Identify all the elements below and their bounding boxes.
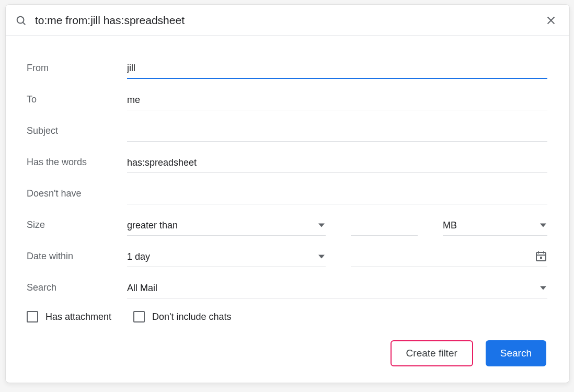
search-query-input[interactable] [27, 12, 542, 29]
from-input[interactable] [127, 60, 547, 79]
checkbox-row: Has attachment Don't include chats [27, 298, 547, 322]
has-attachment-checkbox[interactable] [27, 311, 38, 322]
search-scope-value: All Mail [127, 283, 157, 294]
search-button[interactable]: Search [486, 340, 546, 366]
to-label: To [27, 94, 114, 110]
exclude-chats-checkbox[interactable] [133, 311, 145, 322]
size-value-input[interactable] [351, 217, 418, 236]
footer-actions: Create filter Search [27, 322, 547, 366]
calendar-icon[interactable] [535, 250, 547, 264]
date-within-label: Date within [27, 251, 114, 267]
date-range-value: 1 day [127, 251, 150, 262]
svg-line-1 [23, 22, 25, 24]
caret-down-icon [318, 220, 325, 231]
search-scope-label: Search [27, 282, 114, 298]
subject-label: Subject [27, 125, 114, 142]
caret-down-icon [318, 251, 325, 262]
size-label: Size [27, 220, 114, 236]
size-operator-value: greater than [127, 220, 178, 231]
advanced-search-panel: From To Subject Has the words Doesn't ha [5, 4, 570, 383]
search-form: From To Subject Has the words Doesn't ha [6, 36, 569, 366]
svg-rect-6 [540, 257, 542, 259]
search-icon [15, 15, 27, 26]
doesnt-have-label: Doesn't have [27, 188, 114, 204]
to-input[interactable] [127, 91, 547, 110]
caret-down-icon [540, 220, 546, 231]
svg-point-0 [17, 16, 24, 23]
close-icon [545, 15, 557, 26]
from-label: From [27, 63, 114, 79]
create-filter-button[interactable]: Create filter [391, 340, 473, 366]
size-operator-select[interactable]: greater than [127, 217, 326, 236]
search-bar [6, 5, 569, 36]
clear-search-button[interactable] [542, 14, 560, 27]
search-scope-select[interactable]: All Mail [127, 280, 547, 298]
caret-down-icon [540, 283, 546, 294]
has-words-input[interactable] [127, 154, 547, 173]
has-words-label: Has the words [27, 157, 114, 173]
date-range-select[interactable]: 1 day [127, 248, 326, 267]
subject-input[interactable] [127, 123, 547, 142]
exclude-chats-label: Don't include chats [152, 312, 232, 322]
size-unit-select[interactable]: MB [443, 217, 547, 236]
has-attachment-label: Has attachment [45, 312, 111, 322]
size-unit-value: MB [443, 220, 457, 231]
doesnt-have-input[interactable] [127, 186, 547, 204]
